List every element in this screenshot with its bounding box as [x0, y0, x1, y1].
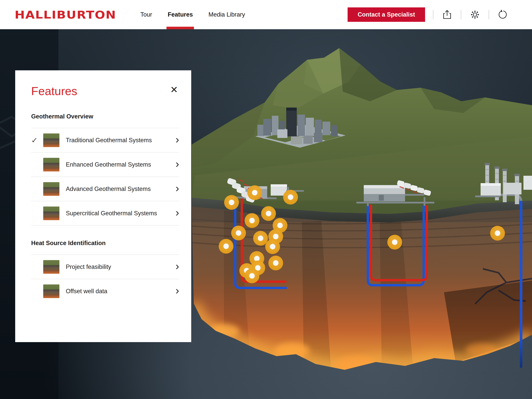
- item-thumbnail: [43, 182, 59, 196]
- contact-specialist-button[interactable]: Contact a Specialist: [348, 7, 425, 22]
- hotspot-marker[interactable]: [224, 195, 239, 210]
- hotspot-dot: [249, 273, 255, 279]
- list-item-advanced-geothermal[interactable]: Advanced Geothermal Systems ›: [31, 176, 179, 201]
- hotspot-marker[interactable]: [265, 239, 280, 254]
- list-item-traditional-geothermal[interactable]: ✓ Traditional Geothermal Systems ›: [31, 128, 179, 152]
- list-item-supercritical-geothermal[interactable]: Supercritical Geothermal Systems ›: [31, 201, 179, 225]
- divider: [433, 10, 433, 19]
- chevron-right-icon: ›: [176, 207, 179, 219]
- hotspot-dot: [258, 236, 263, 241]
- hotspot-dot: [495, 231, 500, 236]
- hotspot-marker[interactable]: [219, 239, 234, 254]
- chevron-right-icon: ›: [176, 158, 179, 171]
- hotspot-marker[interactable]: [261, 206, 276, 221]
- hotspot-dot: [273, 234, 279, 239]
- hotspot-dot: [288, 194, 293, 200]
- hotspot-marker[interactable]: [231, 225, 246, 240]
- chevron-right-icon: ›: [176, 134, 179, 147]
- chevron-right-icon: ›: [176, 261, 179, 273]
- nav-actions: Contact a Specialist: [348, 7, 509, 22]
- hotspot-dot: [266, 211, 271, 216]
- item-thumbnail: [43, 284, 59, 298]
- divider: [461, 10, 461, 19]
- settings-icon[interactable]: [469, 9, 481, 20]
- hotspot-dot: [392, 239, 398, 245]
- hotspot-dot: [236, 230, 241, 236]
- hotspot-dot: [229, 200, 234, 205]
- active-tab-underline: [166, 27, 194, 29]
- tab-tour[interactable]: Tour: [140, 0, 152, 29]
- reset-icon[interactable]: [497, 9, 509, 20]
- hotspot-dot: [273, 260, 279, 266]
- tab-media-library[interactable]: Media Library: [208, 0, 245, 29]
- hotspot-marker[interactable]: [268, 256, 283, 270]
- hotspot-dot: [270, 244, 275, 249]
- item-thumbnail: [43, 206, 59, 220]
- list-item-project-feasibility[interactable]: Project feasibility ›: [31, 254, 179, 279]
- section-heading: Geothermal Overview: [15, 113, 191, 120]
- halliburton-logo: HALLIBURTON: [15, 8, 116, 21]
- hotspot-marker[interactable]: [490, 226, 505, 241]
- hotspot-marker[interactable]: [387, 235, 402, 250]
- tab-features[interactable]: Features: [168, 0, 193, 29]
- section-heat-source-identification: Heat Source Identification Project feasi…: [15, 240, 191, 303]
- item-thumbnail: [43, 260, 59, 274]
- hotspot-marker[interactable]: [283, 190, 298, 205]
- check-icon: ✓: [31, 136, 43, 145]
- section-heading: Heat Source Identification: [15, 240, 191, 247]
- divider: [488, 10, 489, 19]
- hotspot-dot: [249, 218, 255, 223]
- hotspot-dot: [277, 223, 283, 228]
- hotspot-marker[interactable]: [245, 213, 259, 228]
- item-thumbnail: [43, 158, 59, 171]
- hotspot-marker[interactable]: [245, 269, 259, 283]
- chevron-right-icon: ›: [176, 183, 179, 195]
- panel-title: Features: [31, 84, 77, 98]
- share-icon[interactable]: [441, 9, 453, 20]
- features-panel: Features ✕ Geothermal Overview ✓ Traditi…: [15, 70, 191, 342]
- close-icon[interactable]: ✕: [169, 84, 180, 95]
- chevron-right-icon: ›: [176, 285, 179, 297]
- list-item-enhanced-geothermal[interactable]: Enhanced Geothermal Systems ›: [31, 152, 179, 176]
- top-navigation: HALLIBURTON Tour Features Media Library …: [0, 0, 532, 29]
- item-thumbnail: [43, 134, 59, 147]
- hotspot-marker[interactable]: [247, 185, 262, 200]
- section-geothermal-overview: Geothermal Overview ✓ Traditional Geothe…: [15, 113, 191, 225]
- nav-tabs: Tour Features Media Library: [140, 0, 245, 29]
- hotspot-dot: [252, 190, 257, 195]
- list-item-offset-well-data[interactable]: Offset well data ›: [31, 279, 179, 303]
- hotspot-dot: [223, 244, 229, 249]
